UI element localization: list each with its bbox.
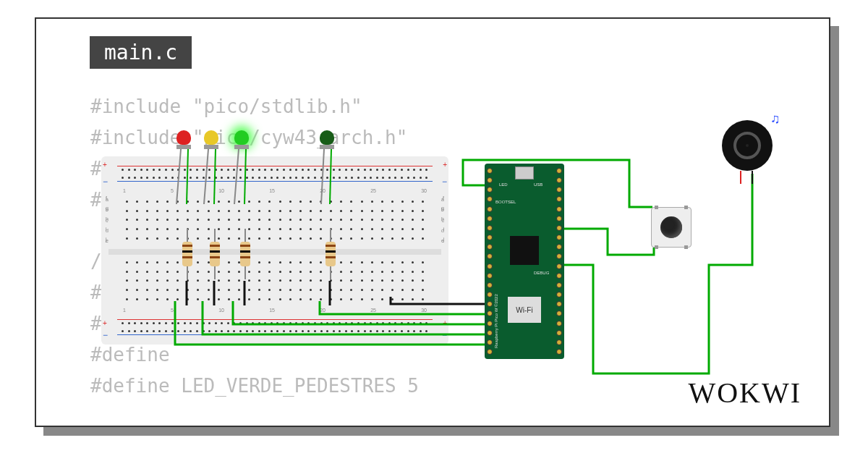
- debug-label: DEBUG: [534, 271, 549, 275]
- wifi-module: Wi-Fi: [508, 297, 541, 323]
- push-button[interactable]: [651, 207, 692, 248]
- project-card: main.c #include "pico/stdlib.h" #include…: [35, 17, 830, 427]
- circuit-diagram[interactable]: + − + − + − + − 151015202530 151015202: [101, 120, 774, 395]
- usb-label: USB: [534, 182, 542, 187]
- music-note-icon: ♫: [770, 111, 780, 127]
- rp2040-chip-icon: [510, 236, 539, 265]
- buzzer[interactable]: [722, 120, 773, 171]
- filename-tab: main.c: [90, 36, 192, 69]
- button-cap-icon: [660, 216, 682, 238]
- board-name: Raspberry Pi Pico W ©2022: [494, 294, 498, 348]
- usb-connector-icon: [515, 166, 534, 180]
- pin-header-right: [556, 168, 562, 355]
- bootsel-label: BOOTSEL: [495, 200, 516, 204]
- led-label: LED: [499, 182, 508, 187]
- pin-header-left: [487, 168, 493, 355]
- wokwi-logo: WOKWI: [688, 376, 801, 410]
- wires: [101, 120, 774, 395]
- pico-board[interactable]: LED USB BOOTSEL DEBUG Wi-Fi Raspberry Pi…: [485, 164, 564, 359]
